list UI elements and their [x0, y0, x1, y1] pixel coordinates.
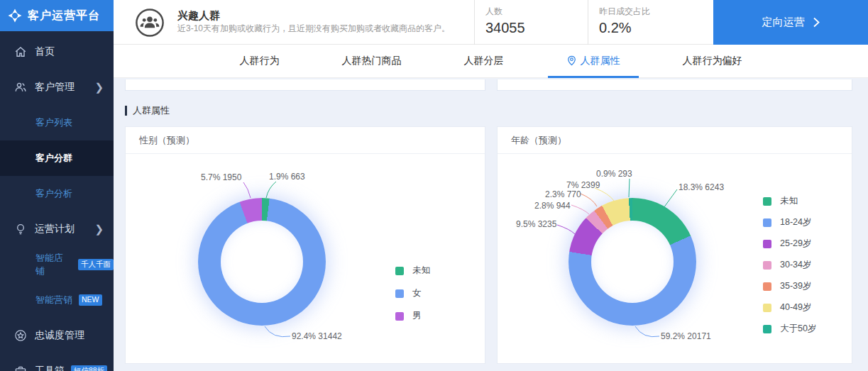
stat-label: 人数 — [485, 6, 588, 18]
slice-callout-label: 9.5% 3235 — [516, 219, 556, 229]
sidebar-item-2[interactable]: 客户列表 — [0, 105, 114, 140]
legend-label: 18-24岁 — [780, 216, 811, 228]
sidebar-item-0[interactable]: 首页 — [0, 34, 114, 70]
legend-label: 40-49岁 — [780, 301, 811, 314]
age-chart-title: 年龄（预测） — [498, 127, 852, 154]
donut-hole — [221, 221, 303, 303]
sidebar-nav: 首页客户管理❯客户列表客户分群客户分析运营计划❯智能店铺千人千面智能营销NEW忠… — [0, 31, 114, 371]
slice-callout-label: 5.7% 1950 — [201, 172, 241, 182]
donut-hole — [591, 221, 674, 303]
donut-ring[interactable] — [198, 198, 326, 326]
legend-item[interactable]: 未知 — [763, 195, 816, 207]
legend-item[interactable]: 未知 — [395, 265, 430, 277]
tab-4[interactable]: 人群行为偏好 — [664, 45, 761, 78]
sidebar-item-label: 智能营销 — [35, 294, 72, 306]
sidebar-item-badge: 千人千面 — [78, 259, 114, 270]
previous-section-card-left — [125, 79, 485, 91]
sidebar-item-1[interactable]: 客户管理❯ — [0, 70, 114, 105]
sidebar-item-label: 工具箱 — [35, 365, 65, 371]
pinwheel-logo-icon — [7, 8, 23, 23]
legend-label: 35-39岁 — [780, 280, 811, 292]
section-title-bar — [125, 106, 127, 116]
sidebar-item-4[interactable]: 客户分析 — [0, 176, 114, 211]
app-logo[interactable]: 客户运营平台 — [0, 0, 114, 31]
chevron-right-icon: ❯ — [94, 223, 104, 236]
legend-label: 未知 — [412, 265, 430, 277]
slice-callout-label: 0.9% 293 — [596, 169, 632, 179]
sidebar-item-badge: 短信88折 — [71, 365, 107, 371]
sidebar-item-9[interactable]: 工具箱短信88折 — [0, 353, 114, 371]
tab-bar: 人群行为人群热门商品人群分层人群属性人群行为偏好 — [114, 45, 868, 78]
tab-label: 人群分层 — [464, 45, 504, 76]
toolbox-icon — [14, 365, 27, 371]
tab-0[interactable]: 人群行为 — [221, 45, 298, 78]
sidebar-item-label: 智能店铺 — [35, 252, 72, 277]
slice-callout-label: 59.2% 20171 — [661, 331, 711, 341]
legend-swatch — [395, 312, 404, 321]
legend-label: 大于50岁 — [780, 323, 816, 335]
slice-callout-label: 2.8% 944 — [534, 201, 571, 211]
sidebar-item-label: 客户管理 — [35, 81, 75, 94]
section-title: 人群属性 — [125, 104, 170, 117]
main-area: 兴趣人群 近3-10天有加购或收藏行为，且近期没有购买加购或者收藏商品的客户。 … — [114, 0, 868, 371]
legend-label: 25-29岁 — [780, 238, 811, 250]
legend-label: 未知 — [780, 195, 798, 207]
age-donut-chart: 18.3% 624359.2% 201719.5% 32352.8% 9442.… — [498, 154, 852, 363]
legend-item[interactable]: 大于50岁 — [763, 323, 816, 335]
legend-item[interactable]: 女 — [395, 287, 430, 299]
sidebar-item-label: 客户分群 — [35, 152, 72, 165]
sidebar-item-3[interactable]: 客户分群 — [0, 140, 114, 176]
sidebar-item-7[interactable]: 智能营销NEW — [0, 282, 114, 318]
donut-ring[interactable] — [568, 198, 696, 326]
legend-swatch — [763, 304, 771, 312]
stat-0: 人数34055 — [474, 0, 588, 45]
tab-3[interactable]: 人群属性 — [548, 45, 639, 78]
slice-callout-label: 1.9% 663 — [269, 172, 305, 182]
sidebar-item-6[interactable]: 智能店铺千人千面 — [0, 247, 114, 282]
sidebar-item-label: 客户分析 — [35, 187, 72, 200]
legend-swatch — [395, 289, 404, 298]
stat-value: 34055 — [485, 20, 588, 36]
home-icon — [14, 45, 27, 58]
content-area: 人群属性 性别（预测） 1.9% 66392.4% 314425.7% 1950… — [114, 78, 868, 371]
stat-1: 昨日成交占比0.2% — [588, 0, 701, 45]
chevron-right-icon: ❯ — [94, 81, 104, 94]
legend-item[interactable]: 35-39岁 — [763, 280, 816, 292]
slice-callout-label: 92.4% 31442 — [292, 331, 342, 341]
legend-item[interactable]: 30-34岁 — [763, 259, 816, 271]
sidebar-item-label: 客户列表 — [35, 116, 72, 129]
sidebar-item-8[interactable]: 忠诚度管理 — [0, 318, 114, 353]
legend-swatch — [763, 218, 771, 227]
legend-label: 30-34岁 — [780, 259, 811, 271]
targeted-operation-button[interactable]: 定向运营 — [713, 0, 868, 45]
tab-label: 人群行为 — [240, 45, 280, 76]
bulb-icon — [14, 223, 27, 236]
star-circle-icon — [14, 329, 27, 342]
targeted-operation-label: 定向运营 — [762, 16, 805, 29]
tab-label: 人群行为偏好 — [683, 45, 742, 76]
sidebar-item-5[interactable]: 运营计划❯ — [0, 211, 114, 247]
legend-item[interactable]: 18-24岁 — [763, 216, 816, 228]
tab-1[interactable]: 人群热门商品 — [324, 45, 420, 78]
users-icon — [14, 81, 27, 94]
previous-section-card-right — [497, 79, 852, 91]
page: 客户运营平台 首页客户管理❯客户列表客户分群客户分析运营计划❯智能店铺千人千面智… — [0, 0, 868, 371]
stat-label: 昨日成交占比 — [599, 6, 701, 18]
legend-swatch — [763, 240, 771, 248]
legend-item[interactable]: 40-49岁 — [763, 301, 816, 314]
legend-swatch — [763, 325, 771, 333]
group-header: 兴趣人群 近3-10天有加购或收藏行为，且近期没有购买加购或者收藏商品的客户。 … — [114, 0, 868, 45]
tab-2[interactable]: 人群分层 — [446, 45, 522, 78]
legend-item[interactable]: 男 — [395, 310, 430, 322]
sidebar-item-label: 忠诚度管理 — [35, 329, 84, 342]
chart-legend: 未知女男 — [395, 265, 430, 333]
legend-item[interactable]: 25-29岁 — [763, 238, 816, 250]
gender-chart-title: 性别（预测） — [126, 127, 485, 154]
group-avatar-icon — [135, 8, 165, 38]
legend-swatch — [763, 261, 771, 270]
tab-label: 人群热门商品 — [342, 45, 402, 76]
age-chart-card: 年龄（预测） 18.3% 624359.2% 201719.5% 32352.8… — [497, 126, 852, 364]
app-title: 客户运营平台 — [28, 9, 100, 23]
legend-swatch — [763, 282, 771, 291]
sidebar: 客户运营平台 首页客户管理❯客户列表客户分群客户分析运营计划❯智能店铺千人千面智… — [0, 0, 114, 371]
